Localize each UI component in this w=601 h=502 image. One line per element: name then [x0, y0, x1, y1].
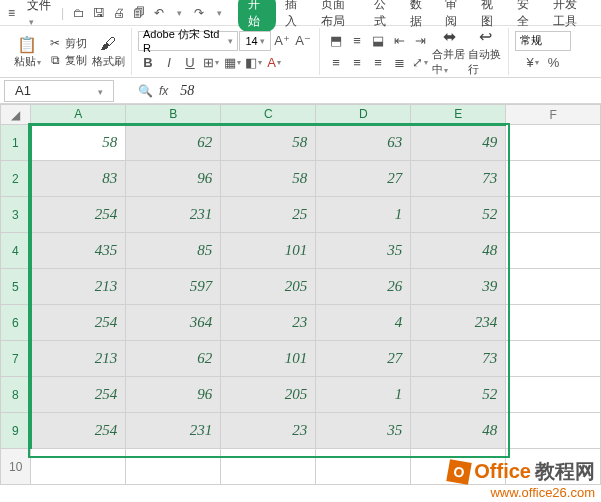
- cell[interactable]: 213: [31, 341, 126, 377]
- cell[interactable]: 26: [316, 269, 411, 305]
- wrap-text-button[interactable]: ↩ 自动换行: [468, 27, 502, 77]
- cell[interactable]: 62: [126, 341, 221, 377]
- cell[interactable]: 1: [316, 377, 411, 413]
- cell[interactable]: 73: [411, 341, 506, 377]
- folder-icon[interactable]: 🗀: [70, 4, 88, 22]
- cell[interactable]: 83: [31, 161, 126, 197]
- italic-button[interactable]: I: [159, 53, 179, 73]
- cell[interactable]: 58: [221, 125, 316, 161]
- tab-home[interactable]: 开始: [238, 0, 276, 32]
- cell[interactable]: [221, 449, 316, 485]
- fill-color-button[interactable]: ◧: [243, 53, 263, 73]
- underline-button[interactable]: U: [180, 53, 200, 73]
- name-box-dropdown-icon[interactable]: [98, 83, 103, 98]
- cell[interactable]: 39: [411, 269, 506, 305]
- cell[interactable]: 23: [221, 413, 316, 449]
- cell[interactable]: 4: [316, 305, 411, 341]
- cell[interactable]: [31, 449, 126, 485]
- orientation-icon[interactable]: ⤢: [410, 53, 430, 73]
- cell[interactable]: 48: [411, 233, 506, 269]
- justify-icon[interactable]: ≣: [389, 53, 409, 73]
- borders-button[interactable]: ⊞: [201, 53, 221, 73]
- cell[interactable]: [506, 305, 601, 341]
- align-center-icon[interactable]: ≡: [347, 53, 367, 73]
- cell-style-button[interactable]: ▦: [222, 53, 242, 73]
- cell[interactable]: 96: [126, 161, 221, 197]
- cell[interactable]: 1: [316, 197, 411, 233]
- row-header[interactable]: 6: [1, 305, 31, 341]
- col-header[interactable]: A: [31, 105, 126, 125]
- cell[interactable]: 231: [126, 197, 221, 233]
- redo-dropdown-icon[interactable]: ▾: [210, 4, 228, 22]
- col-header[interactable]: F: [506, 105, 601, 125]
- col-header[interactable]: E: [411, 105, 506, 125]
- cell[interactable]: 58: [31, 125, 126, 161]
- cell[interactable]: 254: [31, 197, 126, 233]
- cell[interactable]: [506, 197, 601, 233]
- cell[interactable]: 254: [31, 305, 126, 341]
- col-header[interactable]: B: [126, 105, 221, 125]
- undo-icon[interactable]: ↶: [150, 4, 168, 22]
- row-header[interactable]: 5: [1, 269, 31, 305]
- cell[interactable]: 52: [411, 197, 506, 233]
- select-all-corner[interactable]: ◢: [1, 105, 31, 125]
- cut-button[interactable]: ✂剪切: [46, 36, 89, 51]
- cell[interactable]: 58: [221, 161, 316, 197]
- redo-icon[interactable]: ↷: [190, 4, 208, 22]
- row-header[interactable]: 7: [1, 341, 31, 377]
- fx-icon[interactable]: fx: [159, 84, 168, 98]
- cell[interactable]: 35: [316, 413, 411, 449]
- cell[interactable]: 205: [221, 377, 316, 413]
- formula-input[interactable]: [174, 83, 474, 99]
- align-middle-icon[interactable]: ≡: [347, 31, 367, 51]
- cell[interactable]: 597: [126, 269, 221, 305]
- bold-button[interactable]: B: [138, 53, 158, 73]
- cell[interactable]: [126, 449, 221, 485]
- copy-button[interactable]: ⧉复制: [46, 53, 89, 68]
- print-icon[interactable]: 🖨: [110, 4, 128, 22]
- align-right-icon[interactable]: ≡: [368, 53, 388, 73]
- name-box[interactable]: A1: [4, 80, 114, 102]
- cell[interactable]: 205: [221, 269, 316, 305]
- cell[interactable]: 27: [316, 341, 411, 377]
- cell[interactable]: 52: [411, 377, 506, 413]
- number-format-select[interactable]: 常规: [515, 31, 571, 51]
- increase-indent-icon[interactable]: ⇥: [410, 31, 430, 51]
- format-painter-button[interactable]: 🖌 格式刷: [91, 34, 125, 69]
- preview-icon[interactable]: 🗐: [130, 4, 148, 22]
- file-menu[interactable]: 文件: [21, 0, 59, 30]
- cell[interactable]: 101: [221, 233, 316, 269]
- font-color-button[interactable]: A: [264, 53, 284, 73]
- hamburger-icon[interactable]: ≡: [4, 4, 19, 22]
- cell[interactable]: 231: [126, 413, 221, 449]
- row-header[interactable]: 4: [1, 233, 31, 269]
- cell[interactable]: [506, 161, 601, 197]
- align-bottom-icon[interactable]: ⬓: [368, 31, 388, 51]
- cell[interactable]: 213: [31, 269, 126, 305]
- merge-center-button[interactable]: ⬌ 合并居中: [432, 27, 466, 77]
- row-header[interactable]: 1: [1, 125, 31, 161]
- currency-icon[interactable]: ¥: [523, 53, 543, 73]
- row-header[interactable]: 9: [1, 413, 31, 449]
- cell[interactable]: 35: [316, 233, 411, 269]
- cell[interactable]: [506, 413, 601, 449]
- cell[interactable]: [506, 125, 601, 161]
- paste-button[interactable]: 📋 粘贴: [10, 34, 44, 69]
- cell[interactable]: 49: [411, 125, 506, 161]
- cell[interactable]: 96: [126, 377, 221, 413]
- percent-icon[interactable]: %: [544, 53, 564, 73]
- col-header[interactable]: C: [221, 105, 316, 125]
- col-header[interactable]: D: [316, 105, 411, 125]
- cell[interactable]: 101: [221, 341, 316, 377]
- align-top-icon[interactable]: ⬒: [326, 31, 346, 51]
- cell[interactable]: 23: [221, 305, 316, 341]
- decrease-indent-icon[interactable]: ⇤: [389, 31, 409, 51]
- cell[interactable]: 234: [411, 305, 506, 341]
- row-header[interactable]: 10: [1, 449, 31, 485]
- undo-dropdown-icon[interactable]: ▾: [170, 4, 188, 22]
- cell[interactable]: [506, 377, 601, 413]
- font-name-select[interactable]: Adobe 仿宋 Std R▾: [138, 31, 238, 51]
- cell[interactable]: 25: [221, 197, 316, 233]
- save-icon[interactable]: 🖫: [90, 4, 108, 22]
- row-header[interactable]: 3: [1, 197, 31, 233]
